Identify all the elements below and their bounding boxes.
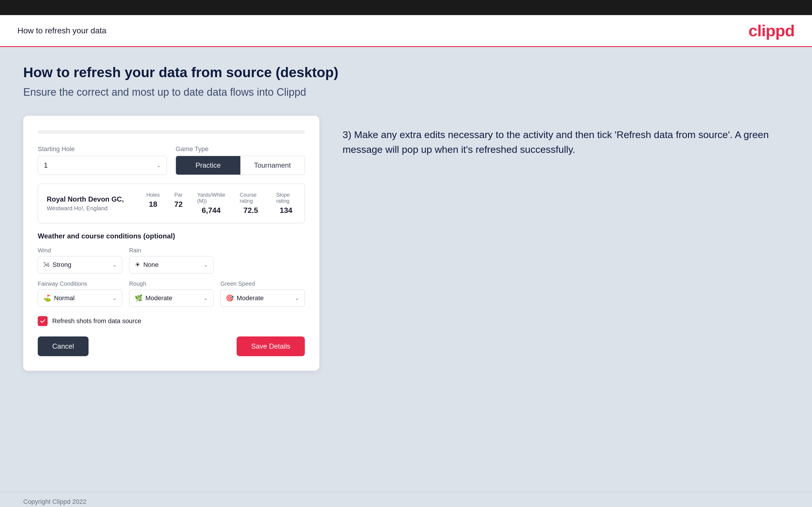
course-rating-value: 72.5 [243, 206, 258, 215]
stat-par: Par 72 [174, 192, 183, 215]
green-speed-value: Moderate [237, 294, 264, 302]
game-type-label: Game Type [175, 145, 305, 153]
page-heading: How to refresh your data from source (de… [23, 64, 789, 80]
green-speed-select-inner: 🎯 Moderate [226, 294, 264, 302]
holes-value: 18 [149, 200, 157, 209]
green-speed-icon: 🎯 [226, 294, 234, 302]
wind-label: Wind [38, 247, 122, 254]
header: How to refresh your data clippd [0, 15, 812, 47]
clippd-logo: clippd [749, 21, 795, 40]
wind-value: Strong [53, 261, 71, 269]
rain-icon: ☀ [135, 261, 141, 269]
slope-rating-value: 134 [280, 206, 292, 215]
starting-hole-group: Starting Hole 1 ⌄ [38, 145, 167, 175]
starting-hole-select[interactable]: 1 ⌄ [38, 156, 167, 175]
green-speed-label: Green Speed [220, 280, 305, 287]
side-text: 3) Make any extra edits necessary to the… [343, 116, 789, 157]
rain-chevron: ⌄ [204, 262, 208, 268]
rain-select-inner: ☀ None [135, 261, 159, 269]
fairway-value: Normal [54, 294, 74, 302]
row-hole-gametype: Starting Hole 1 ⌄ Game Type Practice Tou… [38, 145, 305, 175]
wind-chevron: ⌄ [112, 262, 117, 268]
fairway-select[interactable]: ⛳ Normal ⌄ [38, 289, 122, 307]
course-location: Westward Ho!, England [47, 205, 146, 212]
panel-top-bar [38, 130, 305, 134]
rain-select[interactable]: ☀ None ⌄ [129, 256, 214, 274]
page-subheading: Ensure the correct and most up to date d… [23, 86, 789, 98]
practice-button[interactable]: Practice [176, 156, 240, 175]
par-value: 72 [174, 200, 183, 209]
course-info: Royal North Devon GC, Westward Ho!, Engl… [38, 184, 305, 223]
stat-slope-rating: Slope rating 134 [276, 192, 296, 215]
row-wind-rain: Wind 🌬 Strong ⌄ Rain ☀ None [38, 247, 305, 274]
row-fairway-rough-green: Fairway Conditions ⛳ Normal ⌄ Rough 🌿 [38, 280, 305, 307]
fairway-select-inner: ⛳ Normal [43, 294, 74, 302]
course-stats: Holes 18 Par 72 Yards/White (M)) 6,744 C… [146, 192, 296, 215]
rain-value: None [143, 261, 159, 269]
starting-hole-value: 1 [44, 161, 48, 169]
stat-yards: Yards/White (M)) 6,744 [197, 192, 225, 215]
rough-value: Moderate [145, 294, 172, 302]
breadcrumb: How to refresh your data [17, 26, 107, 36]
save-button[interactable]: Save Details [237, 336, 305, 356]
par-label: Par [174, 192, 183, 198]
placeholder-group [220, 247, 305, 274]
fairway-group: Fairway Conditions ⛳ Normal ⌄ [38, 280, 122, 307]
starting-hole-chevron: ⌄ [156, 162, 161, 169]
wind-group: Wind 🌬 Strong ⌄ [38, 247, 122, 274]
rough-icon: 🌿 [135, 294, 143, 302]
rough-group: Rough 🌿 Moderate ⌄ [129, 280, 214, 307]
copyright: Copyright Clippd 2022 [23, 498, 87, 505]
slope-rating-label: Slope rating [276, 192, 296, 204]
content-area: Starting Hole 1 ⌄ Game Type Practice Tou… [23, 116, 789, 371]
wind-select-inner: 🌬 Strong [43, 261, 71, 269]
yards-label: Yards/White (M)) [197, 192, 225, 204]
holes-label: Holes [146, 192, 160, 198]
game-type-toggle: Practice Tournament [175, 156, 305, 175]
main-content: How to refresh your data from source (de… [0, 47, 812, 492]
green-speed-chevron: ⌄ [295, 295, 299, 301]
side-description: 3) Make any extra edits necessary to the… [343, 127, 789, 157]
wind-icon: 🌬 [43, 261, 50, 269]
button-row: Cancel Save Details [38, 336, 305, 356]
rain-label: Rain [129, 247, 214, 254]
rough-select-inner: 🌿 Moderate [135, 294, 172, 302]
stat-course-rating: Course rating 72.5 [240, 192, 262, 215]
tournament-button[interactable]: Tournament [240, 156, 305, 175]
game-type-group: Game Type Practice Tournament [175, 145, 305, 175]
rough-chevron: ⌄ [204, 295, 208, 301]
green-speed-select[interactable]: 🎯 Moderate ⌄ [220, 289, 305, 307]
rain-group: Rain ☀ None ⌄ [129, 247, 214, 274]
refresh-checkbox-row: Refresh shots from data source [38, 316, 305, 326]
course-name: Royal North Devon GC, [47, 195, 146, 203]
refresh-label: Refresh shots from data source [52, 317, 141, 325]
stat-holes: Holes 18 [146, 192, 160, 215]
yards-value: 6,744 [202, 206, 221, 215]
wind-select[interactable]: 🌬 Strong ⌄ [38, 256, 122, 274]
refresh-checkbox[interactable] [38, 316, 48, 326]
conditions-heading: Weather and course conditions (optional) [38, 232, 305, 240]
cancel-button[interactable]: Cancel [38, 336, 89, 356]
fairway-chevron: ⌄ [112, 295, 117, 301]
fairway-label: Fairway Conditions [38, 280, 122, 287]
rough-select[interactable]: 🌿 Moderate ⌄ [129, 289, 214, 307]
footer: Copyright Clippd 2022 [0, 492, 812, 507]
green-speed-group: Green Speed 🎯 Moderate ⌄ [220, 280, 305, 307]
rough-label: Rough [129, 280, 214, 287]
form-panel: Starting Hole 1 ⌄ Game Type Practice Tou… [23, 116, 319, 371]
fairway-icon: ⛳ [43, 294, 51, 302]
starting-hole-label: Starting Hole [38, 145, 167, 153]
course-name-block: Royal North Devon GC, Westward Ho!, Engl… [47, 195, 146, 212]
course-rating-label: Course rating [240, 192, 262, 204]
top-bar [0, 0, 812, 15]
checkmark-icon [40, 318, 46, 324]
